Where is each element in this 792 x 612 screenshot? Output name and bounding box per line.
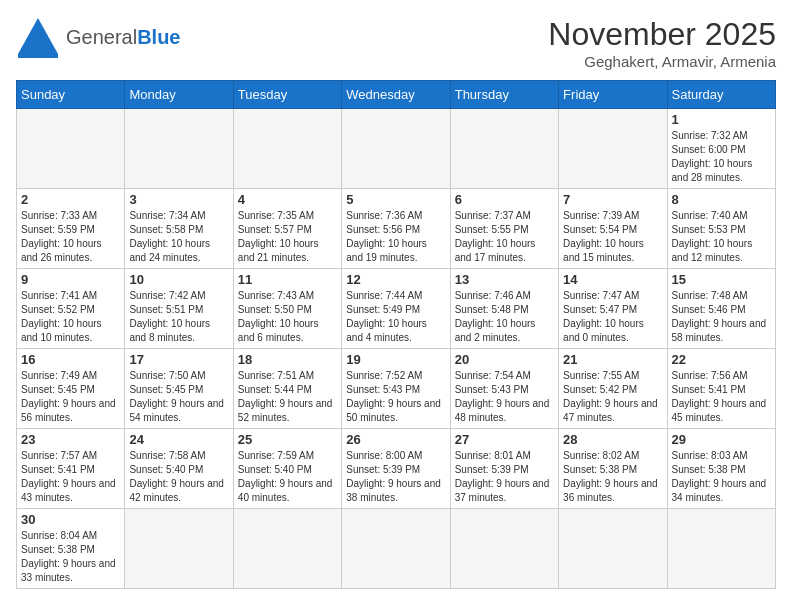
calendar-week-row: 2Sunrise: 7:33 AM Sunset: 5:59 PM Daylig…: [17, 189, 776, 269]
logo-icon: [16, 16, 60, 58]
calendar-cell: [667, 509, 775, 589]
day-info: Sunrise: 7:56 AM Sunset: 5:41 PM Dayligh…: [672, 369, 771, 425]
day-number: 13: [455, 272, 554, 287]
day-number: 21: [563, 352, 662, 367]
calendar-cell: 1Sunrise: 7:32 AM Sunset: 6:00 PM Daylig…: [667, 109, 775, 189]
calendar-cell: 19Sunrise: 7:52 AM Sunset: 5:43 PM Dayli…: [342, 349, 450, 429]
logo-blue: Blue: [137, 26, 180, 48]
day-info: Sunrise: 7:51 AM Sunset: 5:44 PM Dayligh…: [238, 369, 337, 425]
calendar-cell: [450, 509, 558, 589]
weekday-header: Saturday: [667, 81, 775, 109]
calendar-cell: 4Sunrise: 7:35 AM Sunset: 5:57 PM Daylig…: [233, 189, 341, 269]
day-number: 20: [455, 352, 554, 367]
day-info: Sunrise: 7:57 AM Sunset: 5:41 PM Dayligh…: [21, 449, 120, 505]
calendar-cell: 28Sunrise: 8:02 AM Sunset: 5:38 PM Dayli…: [559, 429, 667, 509]
day-info: Sunrise: 7:43 AM Sunset: 5:50 PM Dayligh…: [238, 289, 337, 345]
day-info: Sunrise: 7:44 AM Sunset: 5:49 PM Dayligh…: [346, 289, 445, 345]
day-number: 30: [21, 512, 120, 527]
day-number: 17: [129, 352, 228, 367]
day-number: 9: [21, 272, 120, 287]
calendar-cell: 2Sunrise: 7:33 AM Sunset: 5:59 PM Daylig…: [17, 189, 125, 269]
day-info: Sunrise: 7:55 AM Sunset: 5:42 PM Dayligh…: [563, 369, 662, 425]
day-number: 16: [21, 352, 120, 367]
calendar-cell: [450, 109, 558, 189]
day-number: 3: [129, 192, 228, 207]
calendar-cell: 13Sunrise: 7:46 AM Sunset: 5:48 PM Dayli…: [450, 269, 558, 349]
calendar-cell: 25Sunrise: 7:59 AM Sunset: 5:40 PM Dayli…: [233, 429, 341, 509]
day-number: 4: [238, 192, 337, 207]
day-info: Sunrise: 7:54 AM Sunset: 5:43 PM Dayligh…: [455, 369, 554, 425]
calendar-cell: 26Sunrise: 8:00 AM Sunset: 5:39 PM Dayli…: [342, 429, 450, 509]
day-number: 7: [563, 192, 662, 207]
day-info: Sunrise: 7:58 AM Sunset: 5:40 PM Dayligh…: [129, 449, 228, 505]
weekday-header: Wednesday: [342, 81, 450, 109]
day-info: Sunrise: 7:41 AM Sunset: 5:52 PM Dayligh…: [21, 289, 120, 345]
day-number: 19: [346, 352, 445, 367]
day-number: 12: [346, 272, 445, 287]
day-info: Sunrise: 8:01 AM Sunset: 5:39 PM Dayligh…: [455, 449, 554, 505]
day-number: 1: [672, 112, 771, 127]
day-info: Sunrise: 7:52 AM Sunset: 5:43 PM Dayligh…: [346, 369, 445, 425]
day-number: 23: [21, 432, 120, 447]
day-info: Sunrise: 7:49 AM Sunset: 5:45 PM Dayligh…: [21, 369, 120, 425]
day-number: 8: [672, 192, 771, 207]
day-number: 18: [238, 352, 337, 367]
calendar-cell: [125, 509, 233, 589]
calendar-week-row: 1Sunrise: 7:32 AM Sunset: 6:00 PM Daylig…: [17, 109, 776, 189]
weekday-header: Thursday: [450, 81, 558, 109]
calendar-week-row: 30Sunrise: 8:04 AM Sunset: 5:38 PM Dayli…: [17, 509, 776, 589]
calendar-cell: 21Sunrise: 7:55 AM Sunset: 5:42 PM Dayli…: [559, 349, 667, 429]
day-info: Sunrise: 7:36 AM Sunset: 5:56 PM Dayligh…: [346, 209, 445, 265]
calendar-cell: 5Sunrise: 7:36 AM Sunset: 5:56 PM Daylig…: [342, 189, 450, 269]
day-info: Sunrise: 8:02 AM Sunset: 5:38 PM Dayligh…: [563, 449, 662, 505]
calendar-cell: 22Sunrise: 7:56 AM Sunset: 5:41 PM Dayli…: [667, 349, 775, 429]
calendar-cell: 20Sunrise: 7:54 AM Sunset: 5:43 PM Dayli…: [450, 349, 558, 429]
svg-rect-1: [18, 54, 58, 58]
calendar-cell: 8Sunrise: 7:40 AM Sunset: 5:53 PM Daylig…: [667, 189, 775, 269]
calendar-cell: 3Sunrise: 7:34 AM Sunset: 5:58 PM Daylig…: [125, 189, 233, 269]
calendar-title: November 2025: [548, 16, 776, 53]
day-info: Sunrise: 7:33 AM Sunset: 5:59 PM Dayligh…: [21, 209, 120, 265]
weekday-header-row: SundayMondayTuesdayWednesdayThursdayFrid…: [17, 81, 776, 109]
calendar-cell: [125, 109, 233, 189]
calendar-week-row: 9Sunrise: 7:41 AM Sunset: 5:52 PM Daylig…: [17, 269, 776, 349]
day-info: Sunrise: 7:40 AM Sunset: 5:53 PM Dayligh…: [672, 209, 771, 265]
calendar-cell: 30Sunrise: 8:04 AM Sunset: 5:38 PM Dayli…: [17, 509, 125, 589]
calendar-cell: [233, 509, 341, 589]
calendar-table: SundayMondayTuesdayWednesdayThursdayFrid…: [16, 80, 776, 589]
calendar-cell: 16Sunrise: 7:49 AM Sunset: 5:45 PM Dayli…: [17, 349, 125, 429]
calendar-cell: 23Sunrise: 7:57 AM Sunset: 5:41 PM Dayli…: [17, 429, 125, 509]
calendar-cell: 12Sunrise: 7:44 AM Sunset: 5:49 PM Dayli…: [342, 269, 450, 349]
day-number: 25: [238, 432, 337, 447]
day-info: Sunrise: 7:46 AM Sunset: 5:48 PM Dayligh…: [455, 289, 554, 345]
day-info: Sunrise: 7:32 AM Sunset: 6:00 PM Dayligh…: [672, 129, 771, 185]
calendar-week-row: 16Sunrise: 7:49 AM Sunset: 5:45 PM Dayli…: [17, 349, 776, 429]
calendar-cell: [342, 109, 450, 189]
day-info: Sunrise: 7:35 AM Sunset: 5:57 PM Dayligh…: [238, 209, 337, 265]
weekday-header: Monday: [125, 81, 233, 109]
day-info: Sunrise: 7:37 AM Sunset: 5:55 PM Dayligh…: [455, 209, 554, 265]
day-number: 29: [672, 432, 771, 447]
day-number: 28: [563, 432, 662, 447]
calendar-cell: [559, 109, 667, 189]
day-number: 22: [672, 352, 771, 367]
day-number: 6: [455, 192, 554, 207]
svg-marker-0: [18, 18, 58, 54]
calendar-cell: 14Sunrise: 7:47 AM Sunset: 5:47 PM Dayli…: [559, 269, 667, 349]
logo: GeneralBlue: [16, 16, 181, 58]
day-info: Sunrise: 7:50 AM Sunset: 5:45 PM Dayligh…: [129, 369, 228, 425]
calendar-cell: 29Sunrise: 8:03 AM Sunset: 5:38 PM Dayli…: [667, 429, 775, 509]
calendar-cell: 11Sunrise: 7:43 AM Sunset: 5:50 PM Dayli…: [233, 269, 341, 349]
day-info: Sunrise: 8:04 AM Sunset: 5:38 PM Dayligh…: [21, 529, 120, 585]
weekday-header: Sunday: [17, 81, 125, 109]
calendar-cell: 9Sunrise: 7:41 AM Sunset: 5:52 PM Daylig…: [17, 269, 125, 349]
logo-general: General: [66, 26, 137, 48]
calendar-cell: [233, 109, 341, 189]
calendar-cell: 6Sunrise: 7:37 AM Sunset: 5:55 PM Daylig…: [450, 189, 558, 269]
day-info: Sunrise: 7:42 AM Sunset: 5:51 PM Dayligh…: [129, 289, 228, 345]
calendar-subtitle: Geghakert, Armavir, Armenia: [548, 53, 776, 70]
header: GeneralBlue November 2025 Geghakert, Arm…: [16, 16, 776, 70]
day-number: 27: [455, 432, 554, 447]
weekday-header: Friday: [559, 81, 667, 109]
day-info: Sunrise: 7:59 AM Sunset: 5:40 PM Dayligh…: [238, 449, 337, 505]
